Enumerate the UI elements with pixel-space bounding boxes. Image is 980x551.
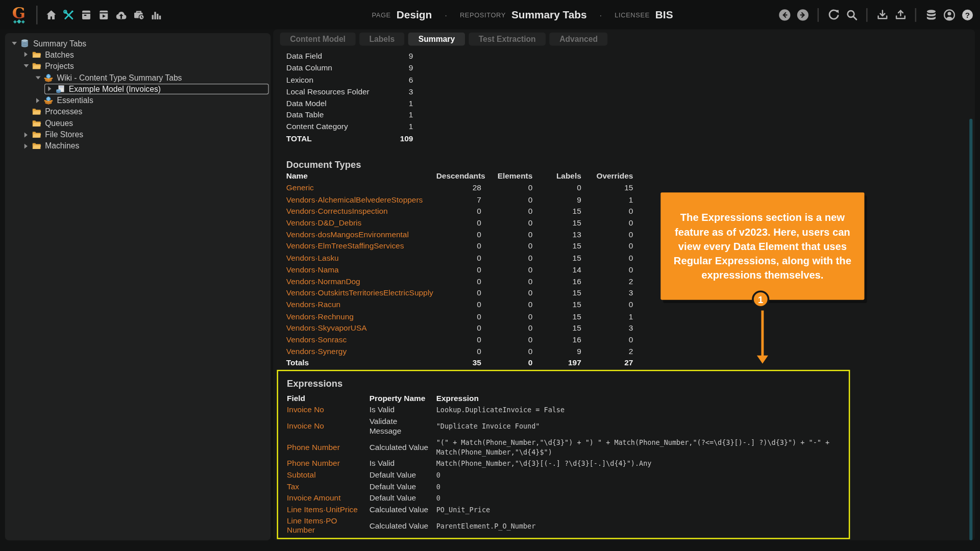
tree-item-queues[interactable]: Queues bbox=[5, 117, 271, 129]
database-icon[interactable] bbox=[924, 8, 938, 21]
expression-field-link[interactable]: Phone Number bbox=[287, 459, 370, 469]
batches-icon[interactable] bbox=[80, 8, 93, 21]
tab-test-extraction[interactable]: Test Extraction bbox=[469, 33, 546, 46]
count-value: 1 bbox=[409, 122, 413, 131]
package-icon bbox=[43, 72, 53, 83]
help-icon[interactable]: ? bbox=[961, 8, 974, 21]
tools-icon[interactable] bbox=[62, 8, 75, 21]
expander-icon[interactable] bbox=[22, 52, 30, 57]
expression-field-link[interactable]: Line Items·PO Number bbox=[287, 517, 370, 536]
tree-item-example-model-invoices[interactable]: Example Model (Invoices) bbox=[5, 83, 271, 94]
licensee-value[interactable]: BIS bbox=[655, 9, 673, 21]
expression-field-link[interactable]: Invoice No bbox=[287, 422, 370, 432]
tree-item-label: Processes bbox=[45, 107, 82, 116]
folder-icon bbox=[31, 141, 41, 152]
doctype-name-link[interactable]: Vendors·Racun bbox=[286, 300, 436, 309]
doctype-name-link[interactable]: Vendors·OutskirtsTerritoriesElectricSupp… bbox=[286, 289, 436, 297]
home-icon[interactable] bbox=[44, 8, 58, 21]
annotation-arrowhead-icon bbox=[756, 356, 768, 364]
annotation-callout: The Expressions section is a new feature… bbox=[660, 192, 864, 300]
count-row: Data Table1 bbox=[286, 109, 413, 121]
expression-field-link[interactable]: Invoice Amount bbox=[287, 494, 370, 504]
count-row: Data Model1 bbox=[286, 97, 413, 109]
app-window: G PAGE Design · REPOSITORY Summary Tabs … bbox=[0, 0, 980, 551]
export-box-icon[interactable] bbox=[97, 8, 110, 21]
doctype-name-link[interactable]: Vendors·NormanDog bbox=[286, 277, 436, 286]
expander-icon[interactable] bbox=[34, 76, 42, 79]
doctype-cell: 15 bbox=[581, 184, 633, 192]
doctype-cell: 15 bbox=[532, 312, 581, 321]
expander-icon[interactable] bbox=[22, 143, 30, 148]
doctype-cell: 0 bbox=[481, 207, 532, 216]
doctype-cell: 0 bbox=[436, 207, 481, 216]
vertical-scrollbar[interactable] bbox=[969, 119, 972, 541]
doctype-name-link[interactable]: Vendors·Nama bbox=[286, 265, 436, 274]
back-icon[interactable] bbox=[778, 8, 791, 21]
count-value: 3 bbox=[409, 87, 413, 96]
doctype-name-link[interactable]: Vendors·ElmTreeStaffingServices bbox=[286, 242, 436, 251]
expression-field-link[interactable]: Line Items·UnitPrice bbox=[287, 505, 370, 515]
page-value[interactable]: Design bbox=[397, 9, 432, 21]
tree-item-projects[interactable]: Projects bbox=[5, 60, 271, 71]
expander-icon[interactable] bbox=[45, 86, 54, 91]
count-total-value: 109 bbox=[400, 134, 413, 143]
tree-item-essentials[interactable]: Essentials bbox=[5, 94, 271, 106]
expression-property: Default Value bbox=[370, 482, 436, 492]
expander-icon[interactable] bbox=[34, 98, 42, 103]
tab-summary[interactable]: Summary bbox=[408, 33, 465, 46]
doctype-name-link[interactable]: Vendors·SkyvaporUSA bbox=[286, 324, 436, 333]
repository-value[interactable]: Summary Tabs bbox=[511, 9, 587, 21]
doctype-name-link[interactable]: Vendors·CorrectusInspection bbox=[286, 207, 436, 216]
package-icon bbox=[43, 95, 53, 106]
search-icon[interactable] bbox=[845, 8, 859, 21]
doctype-cell: 0 bbox=[581, 242, 633, 251]
expression-field-link[interactable]: Invoice No bbox=[287, 406, 370, 415]
doctype-name-link[interactable]: Vendors·Sonrasc bbox=[286, 336, 436, 344]
tree-item-label: Machines bbox=[45, 141, 79, 151]
expression-field-link[interactable]: Subtotal bbox=[287, 470, 370, 480]
tree-item-label: Projects bbox=[45, 61, 74, 70]
tab-labels[interactable]: Labels bbox=[359, 33, 405, 46]
doctype-cell: 0 bbox=[481, 254, 532, 262]
doctype-name-link[interactable]: Vendors·Synergy bbox=[286, 347, 436, 356]
expander-icon[interactable] bbox=[10, 42, 18, 45]
tree-item-file-stores[interactable]: File Stores bbox=[5, 129, 271, 140]
tab-content-model[interactable]: Content Model bbox=[280, 33, 356, 46]
tree-item-label: Summary Tabs bbox=[33, 38, 86, 47]
download-icon[interactable] bbox=[876, 8, 889, 21]
tree-item-wiki-content-type-summary-tabs[interactable]: Wiki - Content Type Summary Tabs bbox=[5, 72, 271, 83]
refresh-icon[interactable] bbox=[827, 8, 840, 21]
doctype-name-link[interactable]: Vendors·D&D_Debris bbox=[286, 219, 436, 228]
expression-field-link[interactable]: Tax bbox=[287, 482, 370, 492]
tree-item-label: Essentials bbox=[57, 96, 93, 105]
stats-icon[interactable] bbox=[150, 8, 163, 21]
doctype-name-link[interactable]: Vendors·AlchemicalBelvedereStoppers bbox=[286, 195, 436, 204]
tree-item-summary-tabs[interactable]: Summary Tabs bbox=[5, 37, 271, 48]
doctype-name-link[interactable]: Vendors·dosMangosEnvironmental bbox=[286, 231, 436, 239]
account-icon[interactable] bbox=[943, 8, 956, 21]
doctype-name-link[interactable]: Vendors·Lasku bbox=[286, 254, 436, 262]
expression-code: 0 bbox=[436, 482, 841, 492]
grooper-logo[interactable]: G bbox=[8, 5, 30, 24]
expander-icon[interactable] bbox=[22, 64, 30, 67]
tree-item-machines[interactable]: Machines bbox=[5, 140, 271, 152]
expression-code: Lookup.DuplicateInvoice = False bbox=[436, 406, 841, 415]
expression-property: Calculated Value bbox=[370, 521, 436, 531]
upload-icon[interactable] bbox=[894, 8, 907, 21]
count-label: Data Column bbox=[286, 64, 332, 72]
doctype-name-link[interactable]: Generic bbox=[286, 184, 436, 192]
tab-advanced[interactable]: Advanced bbox=[550, 33, 608, 46]
logo-lotus-icon bbox=[13, 19, 24, 24]
tree-item-batches[interactable]: Batches bbox=[5, 49, 271, 60]
expander-icon[interactable] bbox=[22, 132, 30, 137]
doctype-cell: 0 bbox=[436, 324, 481, 333]
jobs-icon[interactable] bbox=[132, 8, 145, 21]
doctype-cell: 0 bbox=[436, 312, 481, 321]
database-icon bbox=[19, 38, 30, 48]
expression-field-link[interactable]: Phone Number bbox=[287, 443, 370, 453]
tree-item-processes[interactable]: Processes bbox=[5, 106, 271, 117]
doctype-name-link[interactable]: Vendors·Rechnung bbox=[286, 312, 436, 321]
cloud-upload-icon[interactable] bbox=[114, 8, 128, 21]
forward-icon[interactable] bbox=[796, 8, 810, 21]
doctype-cell: 15 bbox=[532, 300, 581, 309]
